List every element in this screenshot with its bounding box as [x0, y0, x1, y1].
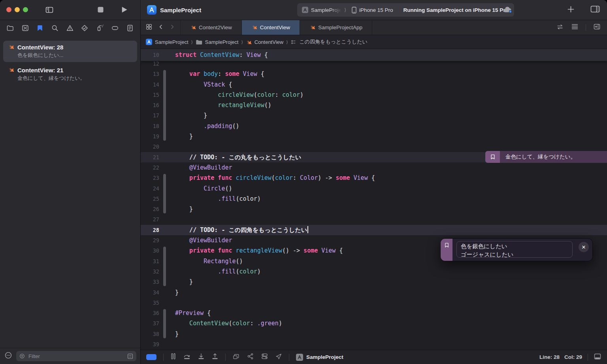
toggle-navigator-icon[interactable] [45, 6, 54, 14]
minimap-options-icon[interactable] [571, 23, 579, 32]
more-options-icon[interactable] [4, 351, 13, 361]
bookmark-annotation[interactable]: 金色にして、縁をつけたい。 [485, 151, 607, 163]
process-app-icon [296, 354, 303, 361]
code-text: } [168, 204, 193, 214]
editor-tab-SampleProjectApp[interactable]: SampleProjectApp [300, 20, 372, 35]
line-number[interactable]: 29 [141, 235, 162, 245]
breakpoint-navigator-icon[interactable] [111, 24, 119, 32]
pause-icon[interactable] [170, 353, 176, 361]
line-number[interactable]: 33 [141, 277, 162, 287]
sidebar-filter-bar [0, 348, 140, 364]
filter-field[interactable] [16, 351, 136, 361]
line-number[interactable]: 39 [141, 339, 162, 349]
fold-ribbon[interactable] [163, 247, 166, 286]
line-number[interactable]: 36 [141, 308, 162, 318]
debug-area-toggle-icon[interactable] [594, 353, 601, 361]
issue-navigator-icon[interactable] [66, 24, 74, 32]
source-editor[interactable]: 1213var body: some View {14VStack {15cir… [141, 49, 607, 350]
step-out-icon[interactable] [211, 353, 219, 362]
line-number[interactable]: 27 [141, 214, 162, 224]
report-navigator-icon[interactable] [126, 24, 134, 32]
project-navigator-icon[interactable] [6, 24, 14, 32]
bookmark-list-item[interactable]: ContentView: 21金色にして、縁をつけたい。 [3, 64, 137, 85]
code-text: } [168, 277, 193, 287]
jump-bar-segment[interactable]: SampleProject [146, 39, 189, 45]
line-number[interactable]: 28 [141, 225, 162, 235]
line-number[interactable]: 25 [141, 194, 162, 204]
line-number[interactable]: 18 [141, 121, 162, 131]
line-number[interactable]: 19 [141, 131, 162, 141]
bookmark-filter-icon[interactable] [127, 353, 134, 360]
line-number[interactable]: 30 [141, 245, 162, 256]
line-number[interactable]: 34 [141, 287, 162, 298]
code-text: } [168, 131, 193, 141]
editor-layout-icon[interactable] [590, 5, 600, 15]
line-number[interactable]: 14 [141, 79, 162, 90]
line-number[interactable]: 13 [141, 69, 162, 79]
line-number[interactable]: 37 [141, 318, 162, 328]
line-number[interactable]: 32 [141, 266, 162, 277]
code-text: } [168, 287, 179, 298]
destination-selector[interactable]: iPhone 15 Pro [351, 3, 398, 17]
scheme-selector[interactable]: SampleProje ⟩ [297, 3, 351, 17]
line-number[interactable]: 35 [141, 298, 162, 308]
jump-bar-segment[interactable]: ContentView [246, 39, 283, 45]
add-button[interactable] [567, 6, 575, 15]
bookmark-description-field[interactable]: 色を銀色にしたい ゴージャスにしたい [456, 241, 573, 258]
find-navigator-icon[interactable] [51, 24, 59, 32]
popup-bookmark-icon [441, 239, 452, 261]
project-app-icon [147, 5, 156, 15]
line-number[interactable]: 26 [141, 204, 162, 214]
source-control-navigator-icon[interactable] [21, 24, 29, 32]
jump-bar-segment[interactable]: SampleProject [196, 39, 239, 45]
toolbar-right: SampleProject SampleProje ⟩ iPhone 15 Pr… [141, 0, 607, 20]
code-text: #Preview { [168, 308, 211, 318]
line-number[interactable]: 15 [141, 90, 162, 100]
line-number[interactable]: 38 [141, 329, 162, 339]
filter-input[interactable] [28, 353, 124, 360]
line-number[interactable]: 24 [141, 183, 162, 194]
test-navigator-icon[interactable] [81, 24, 89, 32]
popup-close-button[interactable]: ✕ [579, 242, 589, 252]
related-items-icon[interactable] [145, 23, 153, 32]
line-number[interactable]: 10 [141, 49, 162, 61]
step-into-icon[interactable] [198, 353, 205, 362]
bookmark-list-item[interactable]: ContentView: 28色を銀色にしたい... [3, 41, 137, 62]
swift-file-icon [190, 24, 196, 31]
minimize-window-button[interactable] [15, 7, 20, 12]
environment-overrides-icon[interactable] [261, 353, 268, 362]
simulate-location-icon[interactable] [275, 353, 282, 362]
line-number[interactable]: 22 [141, 162, 162, 173]
close-window-button[interactable] [6, 7, 11, 12]
swap-editor-icon[interactable] [556, 23, 564, 32]
debug-process[interactable]: SampleProject [296, 354, 343, 361]
debug-navigator-icon[interactable] [96, 24, 104, 32]
process-name: SampleProject [306, 354, 343, 360]
zoom-window-button[interactable] [23, 7, 28, 12]
add-editor-icon[interactable] [593, 23, 601, 32]
fold-ribbon[interactable] [163, 309, 166, 338]
line-number[interactable]: 16 [141, 100, 162, 110]
memory-graph-icon[interactable] [247, 353, 254, 362]
line-number[interactable]: 20 [141, 141, 162, 152]
code-text: } [168, 110, 207, 121]
fold-ribbon[interactable] [163, 174, 166, 213]
line-number[interactable]: 21 [141, 152, 162, 162]
go-forward-icon[interactable] [169, 24, 175, 32]
bookmark-navigator-icon[interactable] [36, 24, 44, 32]
code-line: 37ContentView(color: .green) [141, 318, 607, 328]
mark-icon [290, 39, 296, 45]
breakpoints-toggle-icon[interactable] [146, 354, 156, 360]
line-number[interactable]: 23 [141, 173, 162, 183]
go-back-icon[interactable] [158, 24, 164, 32]
view-debugger-icon[interactable] [232, 353, 240, 362]
stop-button[interactable] [97, 6, 106, 15]
run-button[interactable] [120, 6, 129, 14]
jump-bar-segment[interactable]: この四角をもっとこうしたい [290, 38, 367, 45]
editor-tab-Content2View[interactable]: Content2View [180, 20, 242, 35]
line-number[interactable]: 31 [141, 256, 162, 266]
line-number[interactable]: 17 [141, 110, 162, 121]
fold-ribbon[interactable] [163, 70, 166, 141]
step-over-icon[interactable] [183, 353, 191, 362]
editor-tab-ContentView[interactable]: ContentView [242, 20, 300, 35]
